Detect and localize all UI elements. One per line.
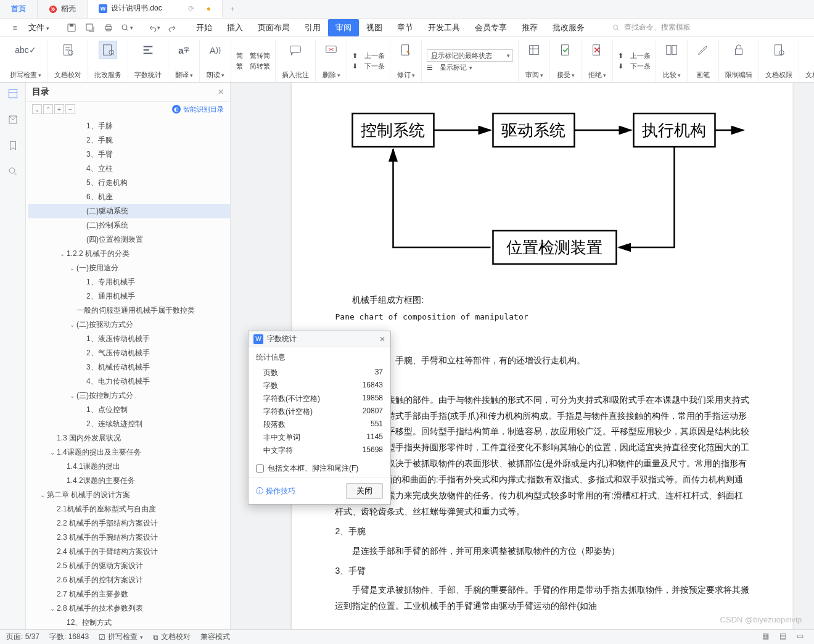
rail-outline-icon[interactable] bbox=[6, 86, 20, 101]
ribbon-tab-vip[interactable]: 会员专享 bbox=[467, 19, 514, 36]
dialog-close-icon[interactable]: ✕ bbox=[379, 335, 385, 344]
outline-item[interactable]: 2.5 机械手的驱动方案设计 bbox=[28, 559, 230, 573]
print-preview-icon[interactable]: ▾ bbox=[118, 21, 136, 35]
outline-item[interactable]: ⌄2.8 机械手的技术参数列表 bbox=[28, 601, 230, 616]
command-search[interactable]: 查找命令、搜索模板 bbox=[612, 22, 691, 33]
prev-comment[interactable]: ⬆ 上一条 bbox=[352, 51, 385, 60]
ribbon-tab-insert[interactable]: 插入 bbox=[220, 19, 250, 36]
outline-item[interactable]: 4、电力传动机械手 bbox=[28, 374, 230, 389]
outline-collapse-all[interactable]: ⌄ bbox=[32, 104, 42, 114]
ribbon-tab-review[interactable]: 审阅 bbox=[328, 19, 359, 36]
tab-home[interactable]: 首页 bbox=[0, 0, 38, 18]
rail-bookmark-icon[interactable] bbox=[6, 138, 20, 153]
file-menu[interactable]: 文件 ▾ bbox=[25, 22, 53, 33]
outline-item[interactable]: 6、机座 bbox=[28, 190, 230, 204]
ribbon-insert-comment[interactable]: 插入批注 bbox=[276, 39, 316, 82]
next-comment[interactable]: ⬇ 下一条 bbox=[352, 62, 385, 71]
ribbon-tab-ref[interactable]: 引用 bbox=[297, 19, 328, 36]
redo-icon[interactable] bbox=[164, 21, 181, 35]
save-as-icon[interactable] bbox=[81, 21, 99, 35]
ribbon-spellcheck[interactable]: abc✓拼写检查▾ bbox=[4, 39, 48, 82]
ribbon-auth[interactable]: 文档认证 bbox=[799, 39, 814, 82]
outline-item[interactable]: (二)驱动系统 bbox=[28, 204, 230, 218]
view-outline-icon[interactable]: ▤ bbox=[779, 632, 791, 643]
tab-document[interactable]: W 设计说明书.doc ⟳ ● bbox=[88, 0, 223, 18]
outline-item[interactable]: ⌄1.2.2 机械手的分类 bbox=[28, 247, 230, 261]
outline-item[interactable]: 1、点位控制 bbox=[28, 403, 230, 417]
ribbon-wordcount[interactable]: 字数统计 bbox=[128, 39, 168, 82]
outline-minus[interactable]: − bbox=[65, 104, 75, 114]
outline-item[interactable]: 1.4.1课题的提出 bbox=[28, 460, 230, 474]
ribbon-accept[interactable]: 接受▾ bbox=[550, 39, 582, 82]
ribbon-pen[interactable]: 画笔 bbox=[688, 39, 719, 82]
ribbon-reject[interactable]: 拒绝▾ bbox=[582, 39, 613, 82]
dialog-close-button[interactable]: 关闭 bbox=[346, 483, 383, 499]
outline-item[interactable]: 1、专用机械手 bbox=[28, 275, 230, 289]
outline-item[interactable]: 2.1机械手的座标型式与自由度 bbox=[28, 502, 230, 516]
outline-item[interactable]: 2、气压传动机械手 bbox=[28, 346, 230, 360]
print-icon[interactable] bbox=[100, 21, 117, 35]
ribbon-tab-layout[interactable]: 页面布局 bbox=[250, 19, 297, 36]
outline-item[interactable]: ⌄(二)按驱动方式分 bbox=[28, 318, 230, 332]
ribbon-translate[interactable]: a字翻译▾ bbox=[168, 39, 200, 82]
ribbon-read[interactable]: A))朗读▾ bbox=[200, 39, 231, 82]
ribbon-delete[interactable]: 删除▾ bbox=[316, 39, 347, 82]
ribbon-compare[interactable]: 比较▾ bbox=[656, 39, 688, 82]
outline-item[interactable]: 1.4.2课题的主要任务 bbox=[28, 474, 230, 488]
outline-close-icon[interactable]: ✕ bbox=[218, 88, 224, 96]
outline-list[interactable]: 1、手脉2、手腕3、手臂4、立柱5、行走机构6、机座(二)驱动系统(二)控制系统… bbox=[26, 117, 230, 629]
outline-item[interactable]: ⌄1.4课题的提出及主要任务 bbox=[28, 445, 230, 460]
status-wordcount[interactable]: 字数: 16843 bbox=[49, 632, 89, 642]
ribbon-tab-view[interactable]: 视图 bbox=[359, 19, 390, 36]
outline-item[interactable]: 2.4 机械手的手臂结构方案设计 bbox=[28, 545, 230, 559]
outline-item[interactable]: 一般的伺服型通用机械手属于数控类 bbox=[28, 303, 230, 318]
dialog-tip-link[interactable]: ⓘ操作技巧 bbox=[256, 486, 295, 497]
outline-item[interactable]: 1、液压传动机械手 bbox=[28, 332, 230, 346]
view-web-icon[interactable]: ▭ bbox=[797, 632, 808, 643]
tab-sync-icon[interactable]: ⟳ bbox=[188, 4, 194, 13]
outline-item[interactable]: 2、连续轨迹控制 bbox=[28, 417, 230, 431]
status-proof[interactable]: ⧉文档校对 bbox=[153, 632, 191, 642]
outline-item[interactable]: 3、手臂 bbox=[28, 147, 230, 162]
ribbon-tab-dev[interactable]: 开发工具 bbox=[421, 19, 467, 36]
rail-nav-icon[interactable] bbox=[6, 112, 20, 127]
outline-item[interactable]: 12、控制方式 bbox=[28, 616, 230, 629]
checkbox-input[interactable] bbox=[256, 464, 264, 473]
outline-item[interactable]: 2.3 机械手的手腕结构方案设计 bbox=[28, 530, 230, 545]
tab-daoke[interactable]: 稻壳 bbox=[38, 0, 88, 18]
rail-search-icon[interactable] bbox=[6, 164, 20, 179]
next-change[interactable]: ⬇ 下一条 bbox=[618, 62, 651, 71]
status-page[interactable]: 页面: 5/37 bbox=[6, 632, 39, 642]
ribbon-correct[interactable]: 批改服务 bbox=[88, 39, 128, 82]
outline-expand-all[interactable]: ⌃ bbox=[43, 104, 53, 114]
ribbon-perm[interactable]: 文档权限 bbox=[759, 39, 799, 82]
ribbon-review-pane[interactable]: 审阅▾ bbox=[519, 39, 550, 82]
ribbon-track[interactable]: 修订▾ bbox=[390, 39, 422, 82]
view-print-icon[interactable]: ▦ bbox=[762, 632, 773, 643]
status-spellcheck[interactable]: ☑拼写检查▾ bbox=[99, 632, 143, 642]
outline-item[interactable]: 2、手腕 bbox=[28, 133, 230, 147]
outline-item[interactable]: 2.6 机械手的控制方案设计 bbox=[28, 573, 230, 587]
show-marks[interactable]: ☰ 显示标记▾ bbox=[427, 63, 513, 72]
dialog-titlebar[interactable]: W字数统计 ✕ bbox=[249, 331, 390, 347]
outline-item[interactable]: ⌄第二章 机械手的设计方案 bbox=[28, 488, 230, 502]
ribbon-tab-correct[interactable]: 批改服务 bbox=[545, 19, 592, 36]
outline-item[interactable]: 3、机械传动机械手 bbox=[28, 360, 230, 374]
fan2jian[interactable]: 简 繁转简 bbox=[236, 51, 270, 60]
tab-add-button[interactable]: ＋ bbox=[223, 0, 242, 18]
ribbon-doccheck[interactable]: 文档校对 bbox=[48, 39, 88, 82]
outline-item[interactable]: ⌄(一)按用途分 bbox=[28, 261, 230, 275]
hamburger-icon[interactable]: ≡ bbox=[6, 21, 23, 35]
outline-item[interactable]: 4、立柱 bbox=[28, 162, 230, 176]
ribbon-restrict[interactable]: 限制编辑 bbox=[719, 39, 759, 82]
outline-item[interactable]: 1.3 国内外发展状况 bbox=[28, 431, 230, 445]
track-display-combo[interactable]: 显示标记的最终状态▾ bbox=[427, 49, 513, 62]
ribbon-tab-chapter[interactable]: 章节 bbox=[390, 19, 421, 36]
outline-item[interactable]: ⌄(三)按控制方式分 bbox=[28, 389, 230, 403]
ribbon-tab-reco[interactable]: 推荐 bbox=[514, 19, 545, 36]
jian2fan[interactable]: 繁 简转繁 bbox=[236, 62, 270, 71]
ribbon-tab-start[interactable]: 开始 bbox=[189, 19, 220, 36]
undo-icon[interactable]: ▾ bbox=[146, 21, 163, 35]
save-icon[interactable] bbox=[63, 21, 80, 35]
outline-item[interactable]: 2.7 机械手的主要参数 bbox=[28, 587, 230, 601]
